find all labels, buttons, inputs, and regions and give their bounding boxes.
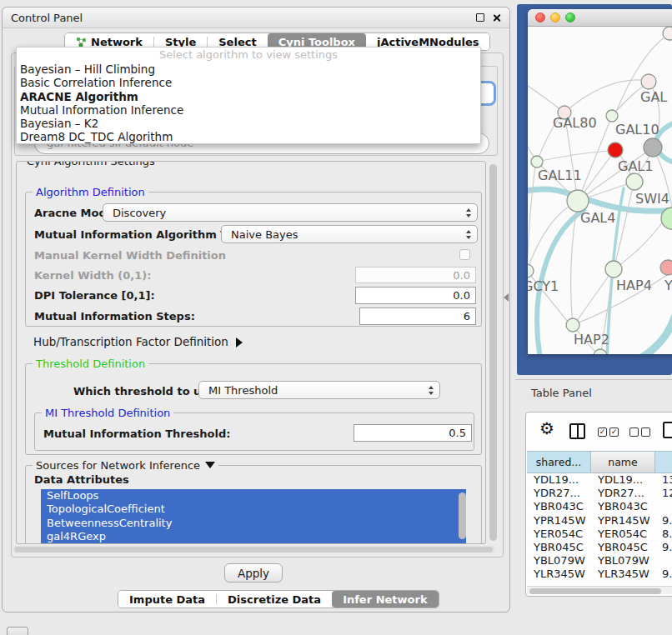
tab-infer-network[interactable]: Infer Network <box>332 591 438 608</box>
table-cell[interactable]: YER054C <box>591 528 655 541</box>
columns-icon[interactable] <box>569 423 585 439</box>
table-cell[interactable]: YBL079W <box>527 554 591 568</box>
table-row[interactable]: YBL079WYBL079W <box>527 554 672 568</box>
aracne-mode-combo[interactable]: Discovery <box>103 203 478 222</box>
algorithm-option[interactable]: ARACNE Algorithm <box>17 90 480 103</box>
panel-collapse-handle-icon[interactable] <box>504 293 509 302</box>
table-cell[interactable]: YDR27... <box>591 487 655 500</box>
table-row[interactable]: YDL19...YDL19...13 <box>527 473 672 487</box>
data-attribute-item[interactable]: TopologicalCoefficient <box>41 502 466 516</box>
network-node[interactable] <box>567 190 589 212</box>
algorithm-option[interactable]: Bayesian – K2 <box>17 117 480 130</box>
dpi-tolerance-field[interactable]: 0.0 <box>355 287 476 304</box>
table-cell[interactable] <box>655 554 672 568</box>
table-cell[interactable]: YLR345W <box>591 568 655 581</box>
table-cell[interactable] <box>655 500 672 513</box>
zoom-window-icon[interactable] <box>565 12 575 22</box>
table-cell[interactable]: 9. <box>655 541 672 554</box>
table-cell[interactable]: YBR043C <box>527 500 591 513</box>
expand-arrow-icon[interactable] <box>236 338 243 348</box>
kernel-width-field[interactable]: 0.0 <box>355 267 476 283</box>
table-cell[interactable]: YDL19... <box>591 473 655 487</box>
table-horizontal-scrollbar[interactable] <box>527 586 672 594</box>
algorithm-option[interactable]: Basic Correlation Inference <box>17 76 480 89</box>
mi-threshold-field[interactable]: 0.5 <box>354 424 472 442</box>
kernel-width-label: Kernel Width (0,1): <box>34 269 151 282</box>
scrollbar-thumb[interactable] <box>489 164 497 541</box>
network-node[interactable] <box>566 318 579 332</box>
table-cell[interactable]: YLR345W <box>527 568 591 581</box>
float-window-icon[interactable] <box>476 13 484 22</box>
deselect-all-icon[interactable] <box>629 428 650 437</box>
table-cell[interactable]: YDL19... <box>527 473 591 487</box>
tab-discretize-data[interactable]: Discretize Data <box>217 591 332 608</box>
column-header-name[interactable]: name <box>591 451 655 473</box>
algorithm-option[interactable]: Mutual Information Inference <box>17 103 480 117</box>
table-cell[interactable]: YBR045C <box>591 541 655 554</box>
data-attribute-item[interactable]: gal4RGexp <box>41 530 466 543</box>
table-cell[interactable]: YBR045C <box>527 541 591 554</box>
settings-vertical-scrollbar[interactable] <box>489 162 498 544</box>
threshold-definition-group: Threshold Definition Which threshold to … <box>25 363 482 455</box>
network-view-panel: GALGAL80GAL10GAL1GAL11GAL4SWI4HAP4YGCY1H… <box>517 4 672 375</box>
data-attribute-item[interactable]: SelfLoops <box>41 489 466 502</box>
partial-corner-button[interactable] <box>7 627 28 635</box>
table-cell[interactable]: 9. <box>655 514 672 528</box>
mi-steps-field[interactable]: 6 <box>359 308 476 325</box>
table-cell[interactable]: YPR145W <box>591 514 655 528</box>
network-node[interactable] <box>641 74 656 89</box>
table-row[interactable]: YLR345WYLR345W9. <box>527 568 672 581</box>
table-cell[interactable]: 12 <box>655 487 672 500</box>
table-cell[interactable]: 8. <box>655 528 672 541</box>
hub-definition-section[interactable]: Hub/Transcription Factor Definition <box>33 335 243 348</box>
network-node[interactable] <box>606 110 618 122</box>
table-row[interactable]: YBR045CYBR045C9. <box>527 541 672 554</box>
table-cell[interactable]: YBL079W <box>591 554 655 568</box>
network-canvas[interactable]: GALGAL80GAL10GAL1GAL11GAL4SWI4HAP4YGCY1H… <box>528 27 672 354</box>
table-cell[interactable]: YPR145W <box>527 514 591 528</box>
network-node[interactable] <box>528 264 534 278</box>
column-header-shared-name[interactable]: shared... <box>527 451 591 473</box>
scrollbar-thumb[interactable] <box>14 547 493 552</box>
mi-type-combo[interactable]: Naive Bayes <box>221 225 478 243</box>
table-cell[interactable]: YBR043C <box>591 500 655 513</box>
settings-horizontal-scrollbar[interactable] <box>13 546 496 553</box>
sources-group-title[interactable]: Sources for Network Inference <box>33 459 218 472</box>
network-node[interactable] <box>594 349 607 354</box>
data-attribute-item[interactable]: BetweennessCentrality <box>41 517 466 530</box>
scrollbar-thumb[interactable] <box>529 588 661 594</box>
network-node[interactable] <box>608 142 623 158</box>
network-node[interactable] <box>663 27 672 40</box>
network-node[interactable] <box>644 138 662 157</box>
manual-kernel-checkbox[interactable] <box>459 249 470 260</box>
gear-icon[interactable]: ⚙ <box>539 420 554 437</box>
table-row[interactable]: YBR043CYBR043C <box>527 500 672 513</box>
list-scrollbar[interactable] <box>459 492 466 539</box>
close-window-icon[interactable] <box>535 12 545 22</box>
collapse-arrow-icon[interactable] <box>205 462 215 468</box>
network-node-label: GAL80 <box>553 115 597 131</box>
table-cell[interactable]: YER054C <box>527 528 591 541</box>
apply-button[interactable]: Apply <box>224 563 283 582</box>
network-node[interactable] <box>531 156 543 168</box>
algorithm-option[interactable]: Dream8 DC_TDC Algorithm <box>17 130 480 143</box>
mi-threshold-group-title: MI Threshold Definition <box>42 407 173 419</box>
close-panel-icon[interactable] <box>492 13 501 22</box>
algorithm-option[interactable]: Bayesian – Hill Climbing <box>17 62 480 76</box>
select-all-icon[interactable]: ✓ ✓ <box>598 428 619 437</box>
table-row[interactable]: YDR27...YDR27...12 <box>527 487 672 500</box>
which-threshold-combo[interactable]: MI Threshold <box>198 381 440 399</box>
table-cell[interactable]: 13 <box>655 473 672 487</box>
column-header-cutoff[interactable] <box>655 451 672 473</box>
network-node[interactable] <box>660 260 672 275</box>
table-cell[interactable]: YDR27... <box>527 487 591 500</box>
table-cell[interactable]: 9. <box>655 568 672 581</box>
file-icon[interactable] <box>663 422 672 438</box>
table-row[interactable]: YPR145WYPR145W9. <box>527 514 672 528</box>
network-node[interactable] <box>605 261 622 278</box>
table-row[interactable]: YER054CYER054C8. <box>527 528 672 541</box>
tab-impute-data[interactable]: Impute Data <box>118 591 216 608</box>
minimize-window-icon[interactable] <box>550 12 560 22</box>
network-node[interactable] <box>626 173 643 190</box>
network-node-label: HAP4 <box>616 278 652 293</box>
